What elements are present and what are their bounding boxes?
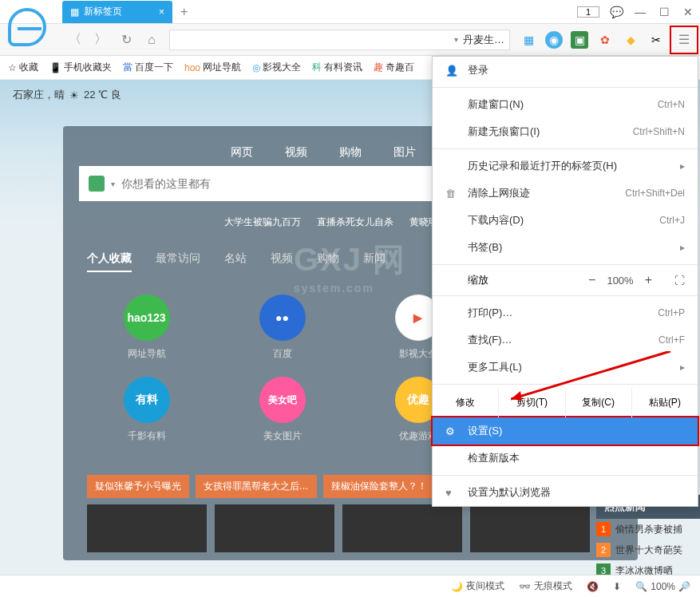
menu-new-incognito[interactable]: 新建无痕窗口(I)Ctrl+Shift+N <box>433 118 698 145</box>
news-item[interactable]: 1偷情男杀妻被捕 <box>596 519 700 540</box>
menu-login[interactable]: 👤登录 <box>433 57 698 84</box>
search-tab-video[interactable]: 视频 <box>269 139 323 166</box>
chevron-right-icon: ▸ <box>680 160 685 172</box>
zoom-in-button[interactable]: + <box>645 273 652 287</box>
menu-set-default[interactable]: ♥设置为默认浏览器 <box>433 479 698 506</box>
addr-dropdown-icon[interactable]: ▾ <box>454 35 458 44</box>
feedback-icon[interactable]: 💬 <box>604 0 628 24</box>
menu-print[interactable]: 打印(P)…Ctrl+P <box>433 299 698 326</box>
menu-bookmarks[interactable]: 书签(B)▸ <box>433 234 698 261</box>
navtab-shop[interactable]: 购物 <box>317 251 339 272</box>
zoom-value: 100% <box>607 275 633 287</box>
menu-cut[interactable]: 剪切(T) <box>499 388 565 417</box>
menu-new-window[interactable]: 新建窗口(N)Ctrl+N <box>433 91 698 118</box>
navtab-famous[interactable]: 名站 <box>224 251 247 272</box>
back-button[interactable]: 〈 <box>62 27 88 53</box>
weather-temp: 22 ℃ 良 <box>84 88 121 102</box>
news-tag[interactable]: 疑似张馨予小号曝光 <box>87 475 189 498</box>
window-controls: 1 💬 — ☐ ✕ <box>577 0 700 24</box>
bookmark-item[interactable]: 趣奇趣百 <box>374 61 414 74</box>
minimize-button[interactable]: — <box>628 0 652 24</box>
zoom-out-button[interactable]: − <box>588 273 595 287</box>
navtab-favorites[interactable]: 个人收藏 <box>87 251 132 272</box>
menu-settings[interactable]: ⚙设置(S) <box>431 416 699 446</box>
thumb-image[interactable] <box>87 504 207 552</box>
status-zoom[interactable]: 🔍 100% 🔎 <box>635 581 690 592</box>
weather-city: 石家庄，晴 <box>13 88 65 102</box>
thumb-image[interactable] <box>215 504 334 552</box>
thumb-image[interactable] <box>342 504 462 552</box>
news-item[interactable]: 2世界十大奇葩笑 <box>596 540 700 560</box>
new-tab-button[interactable]: + <box>180 5 188 19</box>
thumb-image[interactable] <box>470 504 590 552</box>
tab-close-icon[interactable]: × <box>159 6 164 18</box>
menu-history[interactable]: 历史记录和最近打开的标签页(H)▸ <box>433 152 698 180</box>
night-mode-toggle[interactable]: 🌙夜间模式 <box>451 579 504 593</box>
forward-button[interactable]: 〉 <box>88 27 113 53</box>
news-item[interactable]: 3李冰冰微博晒 <box>596 560 700 575</box>
bookmark-item[interactable]: 當百度一下 <box>123 61 173 74</box>
bookmark-item[interactable]: 科有料资讯 <box>312 61 362 74</box>
favorites-button[interactable]: ☆收藏 <box>8 61 38 74</box>
news-tag[interactable]: 辣椒油保险套整人？！ <box>323 475 435 498</box>
user-icon: 👤 <box>445 65 460 77</box>
close-button[interactable]: ✕ <box>676 0 700 24</box>
search-engine-dropdown-icon[interactable]: ▾ <box>111 180 115 188</box>
ext-icon-4[interactable]: ◆ <box>622 31 639 49</box>
menu-paste[interactable]: 粘贴(P) <box>632 388 698 417</box>
menu-find[interactable]: 查找(F)…Ctrl+F <box>433 326 698 354</box>
scissors-icon[interactable]: ✂ <box>647 31 665 49</box>
menu-check-update[interactable]: 检查新版本 <box>433 445 698 472</box>
navtab-video[interactable]: 视频 <box>271 251 293 272</box>
statusbar: 🌙夜间模式 👓无痕模式 🔇 ⬇ 🔍 100% 🔎 <box>0 575 700 597</box>
gear-icon: ⚙ <box>445 425 460 437</box>
hotword-link[interactable]: 大学生被骗九百万 <box>224 215 301 229</box>
site-item[interactable]: ●●百度 <box>231 295 334 361</box>
navtab-news[interactable]: 新闻 <box>363 251 386 272</box>
hotword-link[interactable]: 直播杀死女儿自杀 <box>317 215 394 229</box>
main-menu-dropdown: 👤登录 新建窗口(N)Ctrl+N 新建无痕窗口(I)Ctrl+Shift+N … <box>432 56 698 507</box>
heart-icon: ♥ <box>445 487 460 499</box>
download-icon[interactable]: ⬇ <box>613 581 621 592</box>
search-engine-icon[interactable] <box>89 176 105 192</box>
ext-icon-3[interactable]: ✿ <box>596 31 614 49</box>
window-count[interactable]: 1 <box>577 6 599 18</box>
navtab-frequent[interactable]: 最常访问 <box>156 251 200 272</box>
search-tab-web[interactable]: 网页 <box>215 139 269 166</box>
browser-logo <box>0 0 54 54</box>
menu-clear-data[interactable]: 🗑清除上网痕迹Ctrl+Shift+Del <box>433 180 698 207</box>
fullscreen-icon[interactable]: ⛶ <box>674 275 685 287</box>
chevron-right-icon: ▸ <box>680 362 685 373</box>
bookmark-item[interactable]: ◎影视大全 <box>252 61 301 74</box>
moon-icon: 🌙 <box>451 581 463 592</box>
main-menu-button[interactable]: ☰ <box>670 26 698 54</box>
titlebar: ▦ 新标签页 × + 1 💬 — ☐ ✕ <box>0 0 700 24</box>
site-item[interactable]: hao123网址导航 <box>95 295 199 361</box>
menu-more-tools[interactable]: 更多工具(L)▸ <box>433 354 698 381</box>
home-button[interactable]: ⌂ <box>139 27 164 53</box>
menu-modify[interactable]: 修改 <box>433 388 499 417</box>
ext-icon-2[interactable]: ▣ <box>571 31 588 49</box>
browser-tab[interactable]: ▦ 新标签页 × <box>62 1 172 23</box>
news-tag[interactable]: 女孩得罪黑帮老大之后… <box>196 475 317 498</box>
ext-icon-1[interactable]: ◉ <box>545 31 563 49</box>
incognito-toggle[interactable]: 👓无痕模式 <box>519 579 572 593</box>
mask-icon: 👓 <box>519 581 531 592</box>
bookmark-item[interactable]: hoo网址导航 <box>184 61 241 74</box>
mute-icon[interactable]: 🔇 <box>587 581 599 592</box>
menu-edit-row: 修改 剪切(T) 复制(C) 粘贴(P) <box>433 388 698 417</box>
maximize-button[interactable]: ☐ <box>652 0 676 24</box>
reload-button[interactable]: ↻ <box>113 27 139 53</box>
address-bar[interactable]: ▾ 丹麦生… <box>169 30 510 50</box>
menu-zoom: 缩放 − 100% + ⛶ <box>433 268 698 292</box>
sidebar-news: 热点新闻 1偷情男杀妻被捕 2世界十大奇葩笑 3李冰冰微博晒 <box>596 495 700 575</box>
site-item[interactable]: 有料千影有料 <box>95 377 199 443</box>
search-tab-shop[interactable]: 购物 <box>323 139 378 166</box>
site-item[interactable]: 美女吧美女图片 <box>231 377 334 443</box>
search-tab-image[interactable]: 图片 <box>378 139 432 166</box>
tab-title: 新标签页 <box>84 5 122 18</box>
menu-downloads[interactable]: 下载内容(D)Ctrl+J <box>433 207 698 234</box>
apps-icon[interactable]: ▦ <box>520 31 537 49</box>
bookmark-item[interactable]: 📱手机收藏夹 <box>49 61 112 74</box>
menu-copy[interactable]: 复制(C) <box>566 388 632 417</box>
